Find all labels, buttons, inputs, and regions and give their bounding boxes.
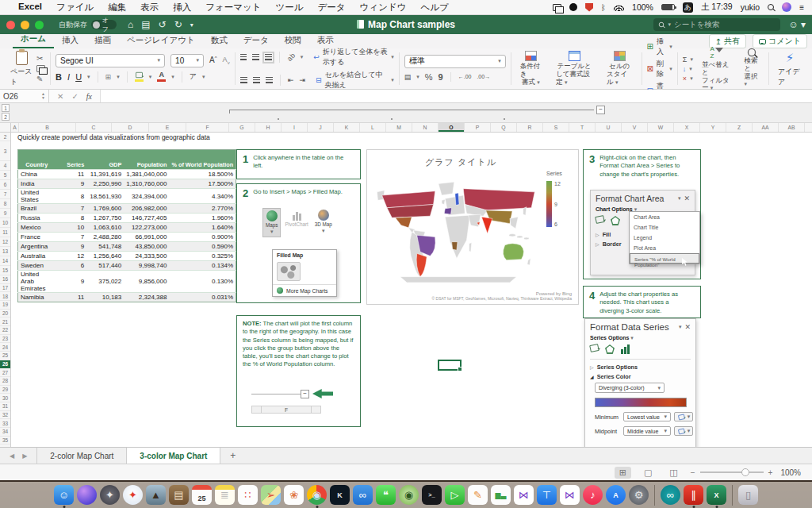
cell-gdp[interactable]: 1,769,600 [86, 204, 124, 214]
phonetic-button[interactable]: ア [190, 71, 197, 82]
spotlight-icon[interactable] [768, 4, 774, 10]
row-header[interactable]: 19 [0, 301, 10, 310]
row-header[interactable]: 21 [0, 318, 10, 326]
next-sheet-icon[interactable]: ▶ [22, 452, 27, 460]
clear-button[interactable]: ×▾ [683, 75, 693, 83]
decrease-indent-button[interactable]: ⇤ [288, 76, 294, 84]
table-row[interactable]: Australia 12 1,256,640 24,333,500 0.325% [18, 252, 236, 261]
ribbon-tab[interactable]: ホーム [13, 33, 54, 48]
sheet-tab[interactable]: 3-color Map Chart [127, 448, 220, 464]
dock-kindle[interactable]: K [330, 485, 350, 505]
zoom-window-button[interactable] [35, 21, 44, 29]
row-header[interactable]: 10 [0, 218, 10, 228]
align-left-button[interactable] [240, 77, 247, 84]
cell-population[interactable]: 324,394,000 [124, 189, 169, 204]
zoom-slider[interactable]: − + [691, 468, 773, 477]
cell-gdp[interactable]: 2,488,280 [86, 233, 124, 242]
menu-item[interactable]: ウィンドウ [353, 2, 414, 13]
sort-filter-button[interactable]: AZ 並べ替えとフィルター ▾ [698, 44, 736, 93]
increase-indent-button[interactable]: ⇥ [299, 76, 305, 84]
cell-population[interactable]: 1,310,760,000 [124, 179, 169, 189]
dock-visual-studio[interactable]: ⋈ [514, 485, 534, 505]
column-header[interactable]: G [229, 123, 255, 132]
cell-population[interactable]: 146,727,405 [124, 214, 169, 223]
selected-cell[interactable] [438, 360, 462, 371]
menu-item[interactable]: 表示 [133, 2, 166, 13]
table-row[interactable]: France 7 2,488,280 66,991,000 0.900% [18, 233, 236, 242]
cut-button[interactable]: ✂ [36, 54, 45, 63]
insert-cells-button[interactable]: ⊞挿入▾ [647, 37, 672, 57]
cell-series[interactable]: 10 [50, 223, 86, 233]
customize-toolbar-icon[interactable]: ▾ [190, 21, 193, 29]
column-header[interactable]: W [648, 123, 674, 132]
cell-population[interactable]: 1,381,040,000 [124, 170, 169, 179]
row-header[interactable]: 30 [0, 394, 10, 402]
align-top-button[interactable] [240, 54, 247, 61]
cell-population[interactable]: 24,333,500 [124, 252, 169, 261]
table-header-cell[interactable]: Series [50, 150, 86, 170]
dock-chrome[interactable]: ◉ [307, 485, 327, 505]
dock-numbers[interactable]: ▆▃ [491, 485, 511, 505]
row-header[interactable]: 4 [0, 161, 10, 171]
row-header[interactable]: 26 [0, 360, 10, 369]
orientation-button[interactable]: ab [285, 52, 297, 63]
column-header[interactable]: D [112, 123, 149, 132]
row-header[interactable]: 25 [0, 352, 10, 360]
row-header[interactable]: 16 [0, 275, 10, 284]
cell-pct[interactable]: 0.590% [169, 242, 236, 252]
row-header[interactable]: 14 [0, 256, 10, 266]
column-header[interactable]: Z [726, 123, 753, 132]
column-header[interactable]: U [596, 123, 622, 132]
cell-series[interactable]: 9 [50, 242, 86, 252]
chart-legend[interactable]: Series 1296 [546, 171, 570, 227]
align-bottom-button[interactable] [265, 54, 272, 61]
dock-arduino[interactable]: ∞ [661, 485, 680, 505]
menu-item[interactable]: 編集 [101, 2, 133, 13]
dock-maps[interactable]: ➢ [261, 485, 281, 505]
dock-calendar[interactable]: 25 [192, 485, 212, 505]
dock-reminders[interactable]: ∷ [238, 485, 258, 505]
name-box[interactable]: O26 ▲▼ [0, 90, 49, 102]
table-row[interactable]: Mexico 10 1,063,610 122,273,000 1.640% [18, 223, 236, 233]
add-sheet-button[interactable]: + [220, 448, 245, 464]
column-header[interactable]: N [412, 123, 439, 132]
world-map[interactable] [375, 177, 542, 283]
chart-title[interactable]: グラフ タイトル [367, 156, 554, 168]
cell-country[interactable]: United Arab Emirates [18, 271, 51, 293]
row-header[interactable]: 27 [0, 368, 10, 377]
column-header[interactable]: K [334, 123, 360, 132]
zoom-level[interactable]: 100% [780, 468, 801, 477]
dock-system-preferences[interactable]: ⚙ [629, 485, 649, 505]
confirm-entry-icon[interactable]: ✓ [71, 92, 78, 101]
align-middle-button[interactable] [252, 54, 259, 61]
antivirus-shield-icon[interactable] [585, 3, 593, 12]
table-header-cell[interactable]: Population [124, 150, 169, 170]
cancel-entry-icon[interactable]: ✕ [57, 92, 63, 101]
dock-photos[interactable]: ❀ [284, 485, 304, 505]
cell-pct[interactable]: 4.340% [169, 189, 236, 204]
comma-style-button[interactable]: 9 [439, 72, 443, 82]
dock-photo-viewer[interactable]: ▲ [146, 485, 166, 505]
row-header[interactable]: 18 [0, 292, 10, 301]
dock-safari[interactable]: ✦ [123, 485, 143, 505]
cell-series[interactable]: 9 [50, 179, 86, 189]
wrap-text-button[interactable]: ↩ 折り返して全体を表示する ▾ [313, 47, 394, 67]
wifi-icon[interactable] [614, 4, 624, 11]
dock-app-store[interactable]: A [606, 485, 626, 505]
row-header[interactable]: 5 [0, 171, 10, 180]
cell-country[interactable]: Russia [18, 214, 51, 223]
row-header[interactable]: 28 [0, 377, 10, 386]
cell-pct[interactable]: 1.640% [169, 223, 236, 233]
cell-population[interactable]: 122,273,000 [124, 223, 169, 233]
cell-gdp[interactable]: 1,267,750 [86, 214, 124, 223]
cell-series[interactable]: 8 [50, 189, 86, 204]
cell-country[interactable]: France [18, 233, 51, 242]
row-header[interactable]: 11 [0, 228, 10, 237]
menu-item[interactable]: フォーマット [198, 2, 268, 13]
cell-country[interactable]: Australia [18, 252, 51, 261]
bold-button[interactable]: B [56, 72, 62, 82]
row-header[interactable]: 7 [0, 190, 10, 199]
row-header[interactable]: 3 [0, 141, 10, 161]
notification-center-icon[interactable]: ≡ [799, 3, 804, 12]
cell-population[interactable]: 2,324,388 [124, 293, 169, 302]
